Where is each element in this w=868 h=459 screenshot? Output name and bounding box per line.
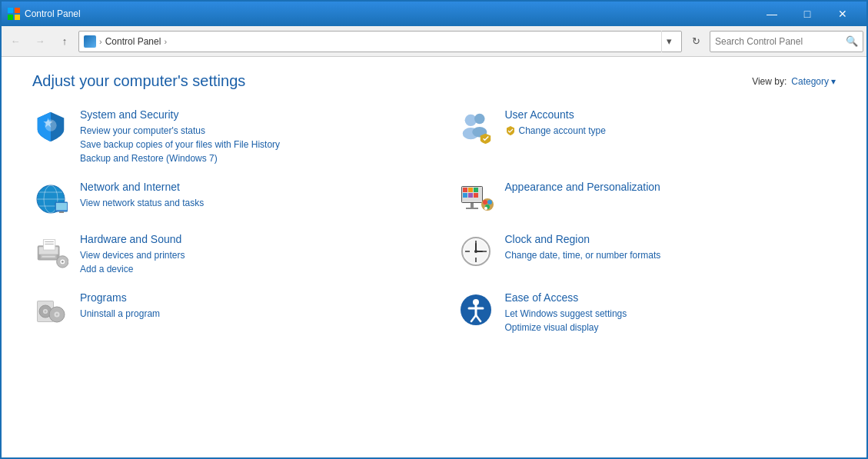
content-area: Adjust your computer's settings View by:… xyxy=(2,57,866,459)
minimize-button[interactable]: — xyxy=(754,2,790,26)
path-dropdown-button[interactable]: ▾ xyxy=(661,31,677,52)
review-status-link[interactable]: Review your computer's status xyxy=(80,124,411,138)
svg-rect-21 xyxy=(474,188,478,192)
change-account-type-link[interactable]: Change account type xyxy=(519,124,606,138)
search-input[interactable] xyxy=(715,36,846,47)
svg-rect-25 xyxy=(471,203,474,208)
svg-rect-24 xyxy=(474,193,478,198)
window-controls: — □ ✕ xyxy=(754,2,860,26)
system-security-icon xyxy=(32,108,69,145)
refresh-button[interactable]: ↻ xyxy=(685,31,707,52)
date-time-link[interactable]: Change date, time, or number formats xyxy=(505,248,836,262)
svg-rect-15 xyxy=(56,203,67,210)
close-button[interactable]: ✕ xyxy=(825,2,860,26)
ease-of-access-link[interactable]: Ease of Access xyxy=(505,291,836,304)
programs-text: Programs Uninstall a program xyxy=(80,291,411,321)
page-title: Adjust your computer's settings xyxy=(32,72,245,90)
devices-printers-link[interactable]: View devices and printers xyxy=(80,248,411,262)
svg-rect-35 xyxy=(42,256,55,258)
view-by-label: View by: xyxy=(752,76,787,87)
shield-small-icon xyxy=(505,125,516,136)
system-security-text: System and Security Review your computer… xyxy=(80,108,411,165)
network-internet-link[interactable]: Network and Internet xyxy=(80,181,411,193)
clock-region-text: Clock and Region Change date, time, or n… xyxy=(505,233,836,262)
category-programs: Programs Uninstall a program xyxy=(32,291,411,334)
svg-rect-0 xyxy=(8,8,13,13)
network-status-link[interactable]: View network status and tasks xyxy=(80,196,411,210)
svg-rect-1 xyxy=(15,8,20,13)
svg-point-28 xyxy=(483,200,487,205)
add-device-link[interactable]: Add a device xyxy=(80,262,411,276)
hardware-sound-link[interactable]: Hardware and Sound xyxy=(80,233,411,245)
svg-rect-20 xyxy=(468,188,473,192)
address-path[interactable]: › Control Panel › ▾ xyxy=(78,31,682,52)
svg-point-50 xyxy=(474,250,477,253)
file-history-link[interactable]: Save backup copies of your files with Fi… xyxy=(80,138,411,151)
category-system-security: System and Security Review your computer… xyxy=(32,108,411,165)
svg-point-29 xyxy=(487,200,492,205)
programs-icon xyxy=(32,291,69,328)
user-accounts-icon xyxy=(457,108,494,145)
hardware-sound-text: Hardware and Sound View devices and prin… xyxy=(80,233,411,276)
appearance-text: Appearance and Personalization xyxy=(505,181,836,196)
categories-grid: System and Security Review your computer… xyxy=(32,108,836,350)
path-text: › Control Panel › xyxy=(84,35,661,48)
svg-rect-23 xyxy=(468,193,473,198)
clock-region-icon xyxy=(457,233,494,270)
path-label: Control Panel xyxy=(105,36,161,47)
uninstall-link[interactable]: Uninstall a program xyxy=(80,307,411,321)
svg-rect-36 xyxy=(43,240,55,250)
network-internet-text: Network and Internet View network status… xyxy=(80,181,411,210)
backup-restore-link[interactable]: Backup and Restore (Windows 7) xyxy=(80,151,411,165)
svg-point-58 xyxy=(56,314,58,316)
network-internet-icon xyxy=(32,181,69,218)
category-ease-of-access: Ease of Access Let Windows suggest setti… xyxy=(457,291,836,334)
category-clock-region: Clock and Region Change date, time, or n… xyxy=(457,233,836,276)
maximize-button[interactable]: □ xyxy=(790,2,825,26)
visual-display-link[interactable]: Optimize visual display xyxy=(505,321,836,334)
user-accounts-text: User Accounts Change account type xyxy=(505,108,836,138)
search-box[interactable]: 🔍 xyxy=(710,31,863,52)
ease-of-access-icon xyxy=(457,291,494,328)
user-accounts-link[interactable]: User Accounts xyxy=(505,108,836,121)
system-security-link[interactable]: System and Security xyxy=(80,108,411,121)
svg-point-31 xyxy=(484,207,487,210)
svg-point-7 xyxy=(474,114,484,124)
windows-suggest-link[interactable]: Let Windows suggest settings xyxy=(505,307,836,321)
forward-button[interactable]: → xyxy=(29,31,51,52)
view-by: View by: Category ▾ xyxy=(752,76,836,87)
category-network-internet: Network and Internet View network status… xyxy=(32,181,411,218)
svg-rect-2 xyxy=(8,15,13,20)
category-user-accounts: User Accounts Change account type xyxy=(457,108,836,165)
svg-rect-3 xyxy=(15,15,20,20)
window-title: Control Panel xyxy=(25,8,754,19)
address-bar: ← → ↑ › Control Panel › ▾ ↻ 🔍 xyxy=(2,26,866,57)
svg-rect-16 xyxy=(59,211,64,213)
category-appearance: Appearance and Personalization xyxy=(457,181,836,218)
title-bar: Control Panel — □ ✕ xyxy=(2,2,866,26)
content-header: Adjust your computer's settings View by:… xyxy=(32,72,836,90)
svg-rect-26 xyxy=(466,208,478,209)
up-button[interactable]: ↑ xyxy=(54,31,75,52)
clock-region-link[interactable]: Clock and Region xyxy=(505,233,836,245)
search-icon[interactable]: 🔍 xyxy=(846,35,858,47)
control-panel-folder-icon xyxy=(84,35,96,48)
hardware-sound-icon xyxy=(32,233,69,270)
back-button[interactable]: ← xyxy=(5,31,26,52)
svg-point-55 xyxy=(45,311,47,313)
svg-point-41 xyxy=(62,261,64,263)
category-hardware-sound: Hardware and Sound View devices and prin… xyxy=(32,233,411,276)
appearance-icon xyxy=(457,181,494,218)
programs-link[interactable]: Programs xyxy=(80,291,411,304)
svg-rect-22 xyxy=(463,193,467,198)
view-by-dropdown[interactable]: Category ▾ xyxy=(791,76,836,87)
app-icon xyxy=(8,8,20,20)
appearance-link[interactable]: Appearance and Personalization xyxy=(505,181,836,193)
svg-rect-19 xyxy=(463,188,467,192)
ease-of-access-text: Ease of Access Let Windows suggest setti… xyxy=(505,291,836,334)
